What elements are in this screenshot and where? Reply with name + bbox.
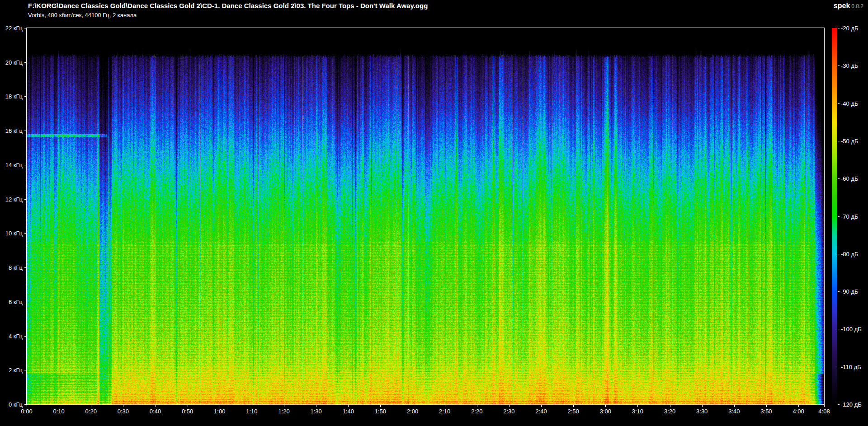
freq-tick-label: 6 кГц (0, 298, 23, 305)
freq-tick (24, 233, 26, 234)
freq-tick (24, 96, 26, 97)
time-tick-label: 1:10 (246, 408, 257, 415)
db-tick-label: -110 дБ (841, 363, 861, 370)
time-tick-label: 1:20 (278, 408, 289, 415)
time-tick-label: 1:50 (375, 408, 386, 415)
freq-tick-label: 2 кГц (0, 367, 23, 374)
time-tick (605, 405, 606, 407)
time-tick (766, 405, 767, 407)
db-tick (838, 367, 840, 367)
freq-tick (24, 199, 26, 200)
freq-tick-label: 16 кГц (0, 127, 23, 134)
time-tick (27, 405, 27, 407)
freq-tick (24, 165, 26, 165)
time-tick (637, 405, 638, 407)
time-tick (541, 405, 542, 407)
time-tick (188, 405, 188, 407)
time-tick-label: 1:40 (343, 408, 354, 415)
spectrogram-canvas (27, 28, 824, 404)
time-tick-label: 2:40 (535, 408, 547, 415)
db-tick-label: -30 дБ (841, 62, 859, 69)
time-tick-label: 0:00 (21, 408, 32, 415)
time-tick (348, 405, 349, 407)
time-tick-label: 3:20 (664, 408, 675, 415)
time-tick (380, 405, 381, 407)
time-tick-label: 2:10 (439, 408, 450, 415)
stream-info: Vorbis, 480 кбит/сек, 44100 Гц, 2 канала (28, 12, 137, 19)
time-tick (123, 405, 123, 407)
freq-tick (24, 28, 26, 28)
freq-tick-label: 0 кГц (0, 401, 23, 408)
db-tick-label: -20 дБ (841, 25, 859, 32)
db-tick (838, 66, 840, 66)
time-tick-label: 2:30 (503, 408, 514, 415)
time-tick (573, 405, 574, 407)
time-tick (156, 405, 156, 407)
db-tick (838, 216, 840, 217)
time-tick-label: 0:20 (85, 408, 97, 415)
freq-tick (24, 404, 26, 405)
db-tick-label: -60 дБ (841, 175, 859, 182)
time-tick-label: 2:20 (471, 408, 482, 415)
db-tick (838, 141, 840, 141)
db-tick (838, 329, 840, 329)
db-tick (838, 178, 840, 179)
db-tick-label: -50 дБ (841, 137, 859, 144)
freq-tick-label: 20 кГц (0, 59, 23, 66)
app-version-badge: spek0.8.2 (834, 2, 863, 10)
freq-tick-label: 12 кГц (0, 196, 23, 202)
freq-tick-label: 14 кГц (0, 161, 23, 168)
time-tick (509, 405, 509, 407)
db-tick-label: -40 дБ (841, 100, 859, 107)
db-tick-label: -80 дБ (841, 250, 859, 257)
db-tick-label: -120 дБ (841, 401, 862, 408)
time-tick (445, 405, 445, 407)
freq-tick (24, 62, 26, 63)
time-tick (477, 405, 477, 407)
freq-tick (24, 302, 26, 302)
freq-tick-label: 4 кГц (0, 332, 23, 339)
time-tick (59, 405, 59, 407)
time-tick (284, 405, 284, 407)
freq-tick-label: 18 кГц (0, 93, 23, 100)
db-tick-label: -90 дБ (841, 288, 859, 295)
db-tick-label: -100 дБ (841, 326, 862, 332)
time-tick-label: 1:00 (214, 408, 225, 415)
freq-tick (24, 267, 26, 268)
db-legend-gradient (832, 28, 837, 404)
time-tick (670, 405, 670, 407)
time-tick-label: 3:30 (696, 408, 708, 415)
freq-tick-label: 8 кГц (0, 264, 23, 271)
time-tick-label: 0:30 (118, 408, 129, 415)
time-tick-label: 0:50 (182, 408, 193, 415)
time-tick (798, 405, 799, 407)
time-tick-label: 2:00 (407, 408, 418, 415)
db-tick (838, 28, 840, 28)
app-version-number: 0.8.2 (851, 3, 863, 9)
time-tick-label: 4:08 (818, 408, 830, 415)
time-tick (316, 405, 316, 407)
app-name: spek (834, 2, 850, 9)
time-tick-label: 2:50 (568, 408, 579, 415)
db-tick (838, 254, 840, 254)
db-tick (838, 404, 840, 405)
time-tick-label: 1:30 (311, 408, 322, 415)
db-tick (838, 103, 840, 104)
time-tick-label: 0:10 (53, 408, 64, 415)
time-tick (252, 405, 252, 407)
time-tick (413, 405, 413, 407)
time-tick (824, 405, 825, 407)
time-tick (91, 405, 91, 407)
freq-tick (24, 336, 26, 337)
freq-tick-label: 10 кГц (0, 230, 23, 237)
spek-window: F:\KORG\Dance Classics Gold\Dance Classi… (0, 0, 868, 426)
time-tick-label: 3:40 (728, 408, 740, 415)
time-tick (220, 405, 220, 407)
freq-tick (24, 370, 26, 370)
file-path-title: F:\KORG\Dance Classics Gold\Dance Classi… (28, 2, 428, 9)
time-tick-label: 3:10 (632, 408, 643, 415)
time-tick (702, 405, 703, 407)
time-tick-label: 0:40 (150, 408, 161, 415)
freq-tick-label: 22 кГц (0, 25, 23, 32)
db-tick (838, 291, 840, 292)
